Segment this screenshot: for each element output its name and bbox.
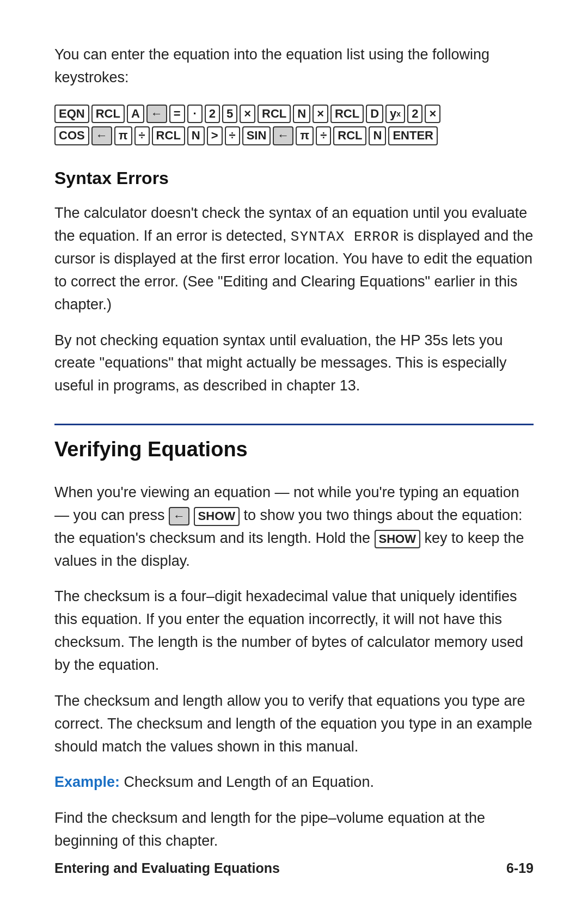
key-inline-show-2: SHOW xyxy=(375,530,420,549)
key-yx: yx xyxy=(385,105,405,124)
key-enter: ENTER xyxy=(388,126,438,145)
footer-right: 6-19 xyxy=(506,858,534,879)
key-pi-2: π xyxy=(296,126,314,145)
keystroke-row-2: COS ← π ÷ RCL N > ÷ SIN ← π ÷ RCL N ENTE… xyxy=(54,126,534,145)
key-pi-1: π xyxy=(114,126,132,145)
verifying-para-3: The checksum and length allow you to ver… xyxy=(54,690,534,759)
key-a: A xyxy=(127,105,144,124)
key-dot: · xyxy=(187,105,203,124)
section-divider xyxy=(54,424,534,425)
key-n-2: N xyxy=(187,126,205,145)
key-times-1: × xyxy=(240,105,255,124)
key-rcl-2: RCL xyxy=(258,105,291,124)
key-rcl-1: RCL xyxy=(91,105,125,124)
key-shift-3: ← xyxy=(273,126,293,145)
key-eqn: EQN xyxy=(54,105,89,124)
find-text: Find the checksum and length for the pip… xyxy=(54,807,534,853)
key-cos: COS xyxy=(54,126,89,145)
key-2b: 2 xyxy=(407,105,422,124)
example-paragraph: Example: Checksum and Length of an Equat… xyxy=(54,771,534,794)
syntax-error-display: SYNTAX ERROR xyxy=(291,229,399,245)
footer: Entering and Evaluating Equations 6-19 xyxy=(0,858,588,879)
key-2a: 2 xyxy=(205,105,220,124)
verifying-equations-title: Verifying Equations xyxy=(54,434,534,465)
key-gt: > xyxy=(207,126,223,145)
key-n-1: N xyxy=(293,105,310,124)
key-equals: = xyxy=(169,105,185,124)
verifying-para-1: When you're viewing an equation — not wh… xyxy=(54,481,534,572)
key-rcl-5: RCL xyxy=(333,126,366,145)
key-shift-1: ← xyxy=(146,105,167,124)
keystroke-block: EQN RCL A ← = · 2 5 × RCL N × RCL D yx 2… xyxy=(54,105,534,145)
syntax-errors-title: Syntax Errors xyxy=(54,165,534,191)
syntax-errors-para-1: The calculator doesn't check the syntax … xyxy=(54,202,534,316)
key-shift-2: ← xyxy=(91,126,112,145)
intro-text: You can enter the equation into the equa… xyxy=(54,44,534,89)
key-sin: SIN xyxy=(242,126,271,145)
syntax-errors-para-2: By not checking equation syntax until ev… xyxy=(54,329,534,398)
key-d: D xyxy=(366,105,383,124)
key-rcl-4: RCL xyxy=(152,126,185,145)
key-times-2: × xyxy=(313,105,328,124)
key-div-1: ÷ xyxy=(134,126,150,145)
key-times-3: × xyxy=(425,105,440,124)
key-div-3: ÷ xyxy=(316,126,331,145)
key-5: 5 xyxy=(222,105,237,124)
key-inline-shift: ← xyxy=(169,507,189,526)
example-text: Checksum and Length of an Equation. xyxy=(124,774,374,790)
key-inline-show-1: SHOW xyxy=(194,507,240,526)
example-label: Example: xyxy=(54,774,120,790)
key-n-3: N xyxy=(369,126,386,145)
key-div-2: ÷ xyxy=(225,126,240,145)
key-rcl-3: RCL xyxy=(330,105,364,124)
footer-left: Entering and Evaluating Equations xyxy=(54,858,280,879)
keystroke-row-1: EQN RCL A ← = · 2 5 × RCL N × RCL D yx 2… xyxy=(54,105,534,124)
page-content: You can enter the equation into the equa… xyxy=(0,0,588,909)
verifying-para-2: The checksum is a four–digit hexadecimal… xyxy=(54,585,534,676)
